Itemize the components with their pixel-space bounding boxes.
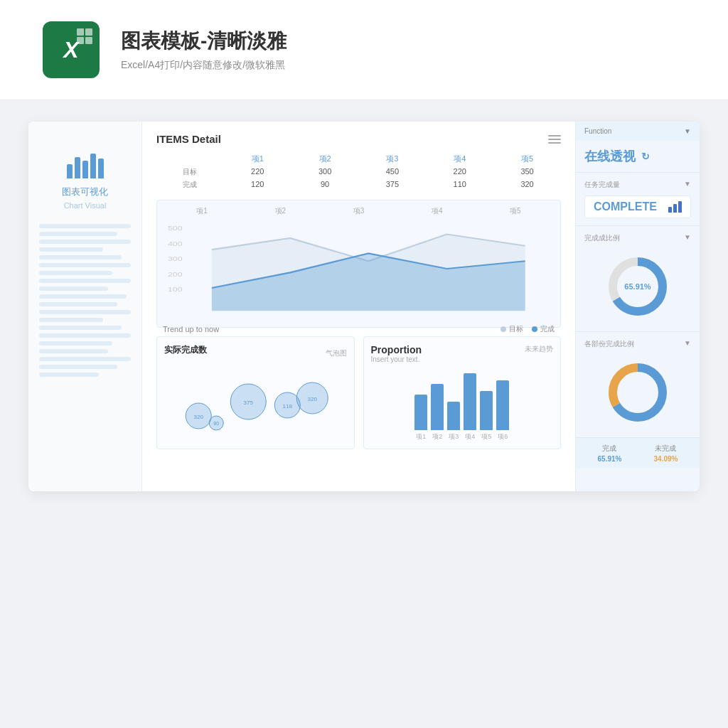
stat1-label: 完成: [598, 444, 622, 454]
proportion-panel: Proportion Insert your text. 未来趋势 项1 项2 …: [363, 336, 562, 449]
complete-badge: COMPLETE: [584, 196, 691, 218]
svg-text:200: 200: [168, 270, 183, 277]
donut-chart-2: [584, 355, 691, 430]
bottom-panels: 实际完成数 气泡图 320 90 375 1: [156, 336, 561, 449]
proportion-subtitle: Insert your text.: [371, 355, 422, 363]
online-title-text: 在线透视: [584, 148, 636, 165]
svg-text:100: 100: [168, 286, 183, 293]
svg-text:500: 500: [168, 224, 183, 231]
items-table: 项1 项2 项3 项4 项5 目标 220 300 450 220 350: [156, 152, 561, 191]
line-chart-x-labels: 项1项2项3项4项5: [163, 206, 555, 216]
left-sidebar: 图表可视化 Chart Visual: [28, 122, 142, 491]
dropdown-arrow[interactable]: ▼: [684, 127, 691, 135]
task-section-title: 任务完成量: [584, 180, 620, 190]
proportion-title: Proportion: [371, 344, 422, 355]
dashboard-card: 图表可视化 Chart Visual: [28, 122, 700, 491]
excel-logo-icon: X: [43, 21, 100, 78]
ratio-dropdown[interactable]: ▼: [684, 233, 691, 243]
svg-text:300: 300: [168, 255, 183, 262]
svg-text:375: 375: [244, 400, 254, 406]
stat1-value: 65.91%: [598, 455, 622, 463]
bubble-chart-subtitle: 气泡图: [326, 348, 347, 358]
task-dropdown[interactable]: ▼: [684, 180, 691, 190]
stat2-value: 34.09%: [654, 455, 678, 463]
chart-legend: 目标 完成: [500, 324, 555, 334]
complete-text: COMPLETE: [594, 200, 657, 213]
page-title: 图表模板-清晰淡雅: [121, 28, 287, 55]
bubble-svg: 320 90 375 118 320: [164, 366, 347, 437]
sidebar-subtitle: Chart Visual: [64, 201, 107, 210]
sidebar-bar-chart-icon: [67, 150, 104, 178]
items-detail-section: ITEMS Detail 项1 项2 项3 项4 项5: [156, 133, 561, 191]
svg-text:320: 320: [194, 414, 204, 420]
svg-text:90: 90: [213, 421, 219, 426]
main-content: 图表可视化 Chart Visual: [0, 100, 728, 513]
bubble-chart-title: 实际完成数: [164, 344, 207, 356]
function-label: Function: [584, 127, 611, 135]
online-section: 在线透视 ↻: [576, 141, 700, 173]
right-sidebar: Function ▼ 在线透视 ↻ 任务完成量 ▼ COMPLETE: [575, 122, 700, 491]
line-chart-svg: 500 400 300 200 100: [163, 219, 555, 318]
center-content: ITEMS Detail 项1 项2 项3 项4 项5: [142, 122, 575, 491]
right-header: Function ▼: [576, 122, 700, 141]
completion-ratio-title: 完成成比例: [584, 233, 620, 243]
svg-text:400: 400: [168, 240, 183, 247]
bubble-chart-panel: 实际完成数 气泡图 320 90 375 1: [156, 336, 355, 449]
sidebar-text-area: [39, 224, 131, 380]
items-detail-title: ITEMS Detail: [156, 133, 221, 145]
bottom-stats: 完成 65.91% 未完成 34.09%: [576, 438, 700, 469]
page-subtitle: Excel/A4打印/内容随意修改/微软雅黑: [121, 59, 287, 72]
trend-text: Trend up to now: [163, 325, 219, 333]
donut1-label: 65.91%: [624, 282, 651, 291]
page-header: X 图表模板-清晰淡雅 Excel/A4打印/内容随意修改/微软雅黑: [0, 0, 728, 100]
all-dropdown[interactable]: ▼: [684, 339, 691, 349]
stat2-label: 未完成: [654, 444, 678, 454]
refresh-icon[interactable]: ↻: [641, 151, 650, 162]
proportion-bar-chart: 项1 项2 项3 项4 项5 项6: [371, 370, 554, 441]
all-completion-title: 各部份完成比例: [584, 339, 634, 349]
line-chart-container: 项1项2项3项4项5 500 400 300 200 100: [156, 200, 561, 328]
mini-bar-icon: [668, 201, 682, 213]
sidebar-title: 图表可视化: [62, 186, 108, 198]
all-completion-section: 各部份完成比例 ▼: [576, 332, 700, 438]
bubble-chart-area: 320 90 375 118 320: [164, 366, 347, 437]
menu-icon[interactable]: [548, 135, 561, 144]
task-completion-section: 任务完成量 ▼ COMPLETE: [576, 173, 700, 226]
completion-ratio-section: 完成成比例 ▼ 65.91%: [576, 226, 700, 332]
donut-chart-1: 65.91%: [584, 249, 691, 324]
svg-text:118: 118: [283, 403, 293, 410]
svg-text:320: 320: [308, 396, 318, 402]
